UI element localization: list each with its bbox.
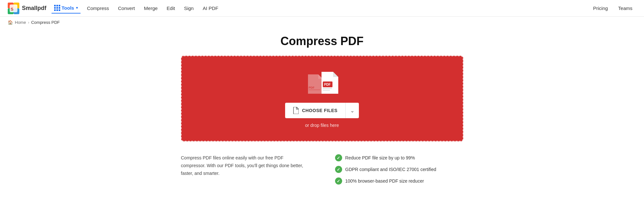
feature-item-2: ✓ GDPR compliant and ISO/IEC 27001 certi… bbox=[335, 166, 463, 173]
feature-text-1: Reduce PDF file size by up to 99% bbox=[345, 155, 415, 160]
pdf-icon-group: PDF PDF bbox=[306, 72, 338, 94]
pdf-front-icon: PDF bbox=[320, 72, 338, 94]
breadcrumb-current: Compress PDF bbox=[31, 20, 60, 25]
nav-aipdf[interactable]: AI PDF bbox=[199, 4, 222, 13]
choose-files-dropdown[interactable]: ⌄ bbox=[346, 103, 359, 118]
feature-text-2: GDPR compliant and ISO/IEC 27001 certifi… bbox=[345, 167, 436, 172]
nav-merge[interactable]: Merge bbox=[140, 4, 162, 13]
breadcrumb-home[interactable]: Home bbox=[15, 20, 26, 25]
main-nav: Compress Convert Merge Edit Sign AI PDF bbox=[83, 4, 589, 13]
main-content: Compress PDF PDF PDF bbox=[0, 28, 644, 197]
feature-item-1: ✓ Reduce PDF file size by up to 99% bbox=[335, 154, 463, 161]
logo-text: Smallpdf bbox=[22, 5, 46, 12]
breadcrumb: 🏠 Home › Compress PDF bbox=[0, 17, 644, 28]
feature-item-3: ✓ 100% browser-based PDF size reducer bbox=[335, 177, 463, 185]
header: S Smallpdf Tools ▾ Compress Convert Merg… bbox=[0, 0, 644, 17]
choose-files-main: CHOOSE FILES bbox=[285, 103, 345, 118]
tools-label: Tools bbox=[62, 5, 74, 11]
breadcrumb-separator: › bbox=[28, 20, 29, 25]
header-right: Pricing Teams bbox=[589, 4, 636, 13]
bottom-section: Compress PDF files online easily with ou… bbox=[181, 154, 463, 185]
logo-link[interactable]: S Smallpdf bbox=[8, 3, 46, 14]
page-title: Compress PDF bbox=[280, 34, 363, 48]
nav-sign[interactable]: Sign bbox=[180, 4, 197, 13]
features-list: ✓ Reduce PDF file size by up to 99% ✓ GD… bbox=[335, 154, 463, 185]
check-icon-3: ✓ bbox=[335, 177, 342, 185]
logo-icon: S bbox=[8, 3, 19, 14]
nav-convert[interactable]: Convert bbox=[114, 4, 139, 13]
svg-text:PDF: PDF bbox=[309, 86, 315, 89]
nav-compress[interactable]: Compress bbox=[83, 4, 113, 13]
choose-files-button[interactable]: CHOOSE FILES ⌄ bbox=[285, 103, 359, 118]
home-icon: 🏠 bbox=[8, 20, 13, 25]
description-text: Compress PDF files online easily with ou… bbox=[181, 154, 309, 177]
feature-text-3: 100% browser-based PDF size reducer bbox=[345, 178, 424, 184]
check-icon-1: ✓ bbox=[335, 154, 342, 161]
file-dropzone[interactable]: PDF PDF CHOOSE FILES bbox=[181, 56, 463, 141]
svg-text:S: S bbox=[11, 7, 14, 12]
chevron-icon: ▾ bbox=[76, 6, 78, 10]
file-icon bbox=[293, 107, 299, 114]
grid-icon bbox=[54, 5, 60, 11]
teams-link[interactable]: Teams bbox=[614, 4, 636, 13]
svg-text:PDF: PDF bbox=[324, 83, 331, 86]
pricing-link[interactable]: Pricing bbox=[589, 4, 612, 13]
check-icon-2: ✓ bbox=[335, 166, 342, 173]
dropdown-chevron-icon: ⌄ bbox=[350, 108, 354, 114]
drop-hint: or drop files here bbox=[305, 123, 339, 128]
nav-edit[interactable]: Edit bbox=[163, 4, 179, 13]
choose-files-label: CHOOSE FILES bbox=[302, 108, 337, 113]
tools-menu-button[interactable]: Tools ▾ bbox=[52, 3, 81, 14]
